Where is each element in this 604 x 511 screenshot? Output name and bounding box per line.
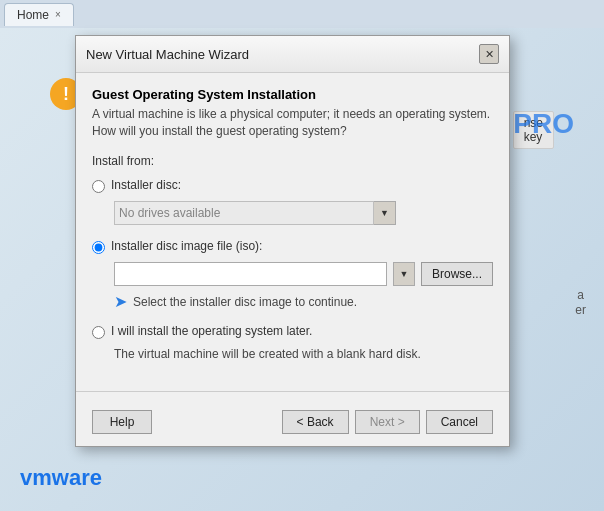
dialog-footer: Help < Back Next > Cancel (76, 402, 509, 446)
radio-disc-option[interactable]: Installer disc: (92, 178, 493, 193)
info-row: ➤ Select the installer disc image to con… (114, 294, 493, 310)
cancel-button[interactable]: Cancel (426, 410, 493, 434)
side-label-er: er (575, 303, 586, 317)
radio-disc-input[interactable] (92, 180, 105, 193)
install-from-label: Install from: (92, 154, 493, 168)
vmware-logo-ware: ware (52, 465, 102, 490)
tab-bar: Home × (0, 0, 604, 28)
pro-badge: PRO (513, 108, 574, 140)
disc-dropdown[interactable]: No drives available (114, 201, 374, 225)
radio-iso-option[interactable]: Installer disc image file (iso): (92, 239, 493, 254)
dialog-title: New Virtual Machine Wizard (86, 47, 249, 62)
footer-divider (76, 391, 509, 392)
home-tab[interactable]: Home × (4, 3, 74, 26)
radio-iso-label[interactable]: Installer disc image file (iso): (111, 239, 262, 253)
disc-dropdown-container: No drives available ▼ (114, 201, 493, 225)
iso-section: Installer disc image file (iso): ▼ Brows… (92, 239, 493, 310)
dialog-section-desc: A virtual machine is like a physical com… (92, 106, 493, 140)
dialog-body: Guest Operating System Installation A vi… (76, 73, 509, 381)
home-tab-label: Home (17, 8, 49, 22)
radio-later-option[interactable]: I will install the operating system late… (92, 324, 493, 339)
dialog-titlebar: New Virtual Machine Wizard ✕ (76, 36, 509, 73)
disc-dropdown-arrow[interactable]: ▼ (374, 201, 396, 225)
radio-iso-input[interactable] (92, 241, 105, 254)
iso-input-row: ▼ Browse... (114, 262, 493, 286)
help-button[interactable]: Help (92, 410, 152, 434)
next-button[interactable]: Next > (355, 410, 420, 434)
disc-dropdown-row: No drives available ▼ (114, 201, 493, 225)
later-desc: The virtual machine will be created with… (114, 347, 493, 361)
iso-path-input[interactable] (114, 262, 387, 286)
later-section: I will install the operating system late… (92, 324, 493, 361)
footer-left: Help (92, 410, 152, 434)
iso-dropdown-arrow[interactable]: ▼ (393, 262, 415, 286)
vmware-logo: vmware (20, 465, 102, 491)
radio-disc-label[interactable]: Installer disc: (111, 178, 181, 192)
footer-right: < Back Next > Cancel (282, 410, 493, 434)
back-button[interactable]: < Back (282, 410, 349, 434)
new-vm-wizard-dialog: New Virtual Machine Wizard ✕ Guest Opera… (75, 35, 510, 447)
tab-close-icon[interactable]: × (55, 9, 61, 20)
vmware-logo-vm: vm (20, 465, 52, 490)
dialog-close-button[interactable]: ✕ (479, 44, 499, 64)
info-text: Select the installer disc image to conti… (133, 295, 357, 309)
radio-later-label[interactable]: I will install the operating system late… (111, 324, 312, 338)
side-label-a: a (577, 288, 584, 302)
dialog-section-header: Guest Operating System Installation (92, 87, 493, 102)
browse-button[interactable]: Browse... (421, 262, 493, 286)
info-arrow-icon: ➤ (114, 294, 127, 310)
radio-later-input[interactable] (92, 326, 105, 339)
